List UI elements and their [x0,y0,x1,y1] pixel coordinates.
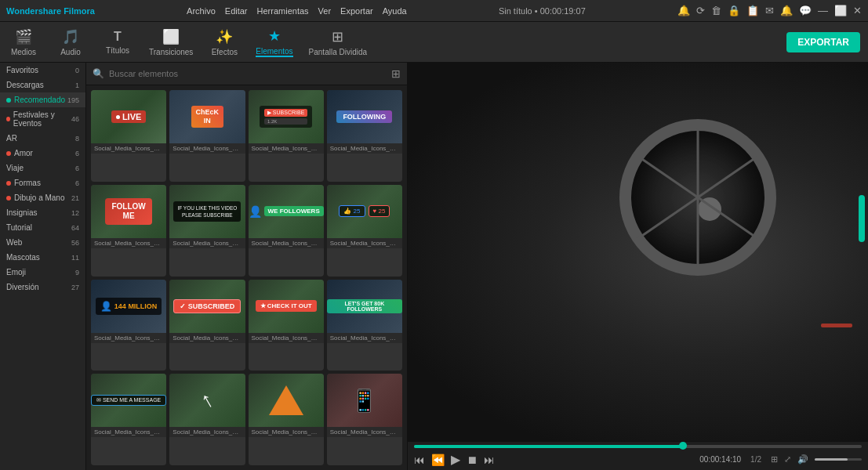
progress-fill [414,445,683,448]
element-card-followers[interactable]: 👤 WE FOLLOWERS Social_Media_Icons_Pac... [249,185,324,277]
title-bar-left: Wondershare Filmora [6,6,95,16]
titulos-label: Títulos [106,46,129,55]
stop-button[interactable]: ⏹ [467,454,478,466]
ar-label: AR [6,134,17,143]
pantalla-label: Pantalla Dividida [309,48,368,56]
element-card-triangle[interactable]: Social_Media_Icons_Pac... [249,374,324,465]
export-button[interactable]: EXPORTAR [786,32,860,52]
festivales-dot [6,117,10,121]
window-controls[interactable]: 🔔 ⟳ 🗑 🔒 📋 ✉ 🔔 💬 — ⬜ ✕ [677,5,862,16]
notification-icon[interactable]: 🔔 [677,5,690,16]
subscribetext-badge: IF YOU LIKE THIS VIDEOPLEASE SUBSCRIBE [173,201,241,222]
category-favoritos[interactable]: Favoritos 0 [0,63,85,78]
element-card-followme[interactable]: FOLLOWME Social_Media_Icons_Pac... [91,185,166,277]
category-amor[interactable]: Amor 6 [0,146,85,161]
pantalla-icon: ⊞ [332,28,343,45]
fullscreen-icon[interactable]: ⤢ [784,454,791,465]
festivales-label: Festivales y Eventos [13,110,71,128]
category-festivales[interactable]: Festivales y Eventos 46 [0,107,85,131]
category-insignias[interactable]: Insignias 12 [0,205,85,220]
screen-layout-icon[interactable]: ⊞ [771,454,778,465]
volume-fill [815,458,848,461]
tool-transiciones[interactable]: ⬜ Transiciones [149,28,193,56]
element-thumb-likes: 👍 25 ♥ 25 [327,185,402,238]
menu-bar[interactable]: Archivo Editar Herramientas Ver Exportar… [187,6,407,16]
refresh-icon[interactable]: ⟳ [696,5,705,16]
category-mascotas[interactable]: Mascotas 11 [0,250,85,265]
element-label-social3: Social_Media_Icons_Pac... [249,143,324,154]
clipboard-icon[interactable]: 📋 [746,5,759,16]
svg-line-1 [698,154,761,197]
festivales-count: 46 [71,115,79,123]
next-frame-button[interactable]: ⏭ [484,454,495,466]
menu-archivo[interactable]: Archivo [187,6,216,16]
volume-icon[interactable]: 🔊 [797,454,808,465]
menu-herramientas[interactable]: Herramientas [257,6,309,16]
favoritos-label: Favoritos [6,66,38,74]
element-card-phone[interactable]: 📱 Social_Media_Icons_Pac... [327,374,402,465]
element-card-message[interactable]: ✉ SEND ME A MESSAGE Social_Media_Icons_P… [91,374,166,465]
amor-count: 6 [75,150,79,157]
progress-bar[interactable] [414,445,862,448]
svg-line-2 [698,197,761,240]
element-card-getfollowers[interactable]: LET'S GET 80K FOLLOWERS Social_Media_Ico… [327,280,402,371]
element-card-checkitout[interactable]: ★ CHECK IT OUT Social_Media_Icons_Pac... [249,280,324,371]
category-dibujo[interactable]: Dibujo a Mano 21 [0,190,85,205]
dibujo-count: 21 [71,194,79,202]
menu-ver[interactable]: Ver [318,6,332,16]
maximize-button[interactable]: ⬜ [834,5,847,16]
play-button[interactable]: ▶ [451,452,460,467]
tool-efectos[interactable]: ✨ Efectos [209,28,240,56]
minimize-button[interactable]: — [818,5,828,16]
element-card-following[interactable]: FOLLOWING Social_Media_Icons_Pac... [327,90,402,182]
category-tutorial[interactable]: Tutorial 64 [0,220,85,235]
element-thumb-arrow: ↑ [169,374,245,427]
menu-editar[interactable]: Editar [225,6,248,16]
tool-elementos[interactable]: ★ Elementos [256,27,292,57]
category-descargas[interactable]: Descargas 1 [0,78,85,92]
category-viaje[interactable]: Viaje 6 [0,161,85,175]
element-label-likes: Social_Media_Icons_Pac... [327,238,402,248]
menu-ayuda[interactable]: Ayuda [383,6,407,16]
tool-pantalla[interactable]: ⊞ Pantalla Dividida [309,28,368,56]
category-formas[interactable]: Formas 6 [0,175,85,190]
tool-titulos[interactable]: T Títulos [102,30,133,55]
element-card-arrow[interactable]: ↑ Social_Media_Icons_Pac... [169,374,245,465]
element-card-likes[interactable]: 👍 25 ♥ 25 Social_Media_Icons_Pac... [327,185,402,277]
category-emoji[interactable]: Emoji 9 [0,265,85,280]
close-button[interactable]: ✕ [853,5,862,16]
tool-audio[interactable]: 🎵 Audio [55,28,86,56]
category-diversion[interactable]: Diversión 27 [0,280,85,295]
trash-icon[interactable]: 🗑 [711,5,721,16]
audio-icon: 🎵 [62,28,79,45]
recomendado-label: Recomendado [14,96,65,104]
rewind-button[interactable]: ⏪ [431,454,445,466]
tool-medios[interactable]: 🎬 Medios [8,28,39,56]
bell-icon[interactable]: 🔔 [780,5,793,16]
amor-label: Amor [14,149,33,157]
element-card-social3[interactable]: ▶ SUBSCRIBE 1.2K Social_Media_Icons_Pac.… [249,90,324,182]
prev-frame-button[interactable]: ⏮ [414,454,425,466]
progress-thumb[interactable] [679,442,687,450]
grid-toggle-icon[interactable]: ⊞ [391,67,401,80]
element-card-checkin[interactable]: ChEcKIN Social_Media_Icons_Pac... [169,90,245,182]
category-ar[interactable]: AR 8 [0,131,85,146]
chat-icon[interactable]: 💬 [799,5,812,16]
category-web[interactable]: Web 56 [0,235,85,250]
tutorial-label: Tutorial [6,223,32,232]
element-card-subscribed[interactable]: ✓ SUBSCRIBED Social_Media_Icons_Pac... [169,280,245,371]
volume-slider[interactable] [815,458,862,461]
mascotas-label: Mascotas [6,253,40,262]
category-recomendado[interactable]: Recomendado 195 [0,92,85,107]
element-card-subscribetext[interactable]: IF YOU LIKE THIS VIDEOPLEASE SUBSCRIBE S… [169,185,245,277]
mail-icon[interactable]: ✉ [765,5,774,16]
lock-icon[interactable]: 🔒 [728,5,740,16]
search-input[interactable] [109,69,387,78]
followme-badge: FOLLOWME [105,198,151,225]
menu-exportar[interactable]: Exportar [340,6,373,16]
diversion-count: 27 [71,284,79,291]
element-card-million[interactable]: 👤 144 MILLION Social_Media_Icons_Pac... [91,280,166,371]
category-sidebar: Favoritos 0 Descargas 1 Recomendado 195 … [0,63,86,470]
element-thumb-triangle [249,374,324,427]
element-card-live[interactable]: LIVE Social_Media_Icons_Pac... [91,90,166,182]
